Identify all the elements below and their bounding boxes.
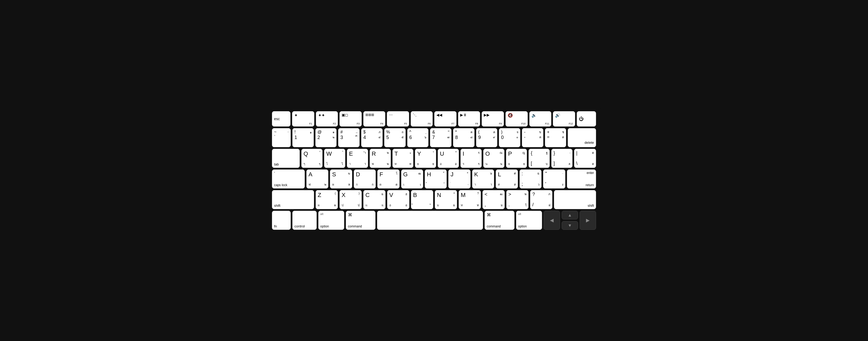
asdf-row: • caps lock A ฟ พ S ห [272, 169, 596, 188]
key-m[interactable]: M ท ? ท [459, 190, 481, 209]
key-s[interactable]: S ห ฆ ห [330, 169, 352, 188]
key-command-right[interactable]: ⌘ command [485, 211, 514, 230]
key-f12[interactable]: 🔊 F12 [553, 111, 575, 127]
key-f9[interactable]: ▶▶ F9 [482, 111, 504, 127]
key-space[interactable] [377, 211, 483, 230]
key-alt-right[interactable]: alt option [516, 211, 542, 230]
key-r[interactable]: R พ พ พ [370, 149, 391, 168]
key-f[interactable]: F ด โ ด [377, 169, 399, 188]
bottom-row: fn control alt option ⌘ command ⌘ comman… [272, 211, 596, 230]
arrow-up-down: ▲ ▼ [562, 211, 578, 230]
key-5[interactable]: %5 ถ๕ [384, 128, 406, 147]
key-f4[interactable]: ⊞⊞⊞ F4 [363, 111, 385, 127]
key-v[interactable]: V อ ฮ อ [387, 190, 409, 209]
num-row: ~` - !1 ๑ @2 ๑๒ #3 _๓ [272, 128, 596, 147]
key-enter[interactable]: enter return [567, 169, 596, 188]
key-minus[interactable]: -- ขด [522, 128, 544, 147]
key-9[interactable]: (9 ต๙ [476, 128, 498, 147]
key-c[interactable]: C แ ฉ แ [363, 190, 385, 209]
key-arrow-right[interactable]: ▶ [580, 211, 596, 230]
key-d[interactable]: D ก ก [354, 169, 376, 188]
key-arrow-up[interactable]: ▲ [562, 211, 578, 219]
key-4[interactable]: $4 ภ๔ [361, 128, 383, 147]
key-6[interactable]: ^6 ุ๖ [407, 128, 429, 147]
key-j[interactable]: J ่ + ' [448, 169, 470, 188]
key-h[interactable]: H ้ ็ ้ [425, 169, 447, 188]
key-fn[interactable]: fn [272, 211, 291, 230]
key-f5[interactable]: ⋯ F5 [387, 111, 409, 127]
key-x[interactable]: X ป ) ป [339, 190, 362, 209]
key-arrow-left[interactable]: ◀ [544, 211, 560, 230]
key-l[interactable]: L ส ศ ส [496, 169, 518, 188]
key-i[interactable]: I ร ร ร [461, 149, 482, 168]
key-t[interactable]: T ท ะ ท [393, 149, 413, 168]
fn-row: esc ✦ F1 ✦✦ F2 ▣◻ F3 ⊞⊞⊞ F4 ⋯ F5 ⋱ F6 ◀◀… [272, 111, 596, 127]
key-f11[interactable]: 🔉 F11 [529, 111, 552, 127]
key-slash[interactable]: ? / ภ ฝ [530, 190, 552, 209]
key-esc[interactable]: esc [272, 111, 290, 127]
arrow-keys-area: ◀ ▲ ▼ ▶ [544, 211, 596, 230]
key-f2[interactable]: ✦✦ F2 [316, 111, 338, 127]
key-b[interactable]: B ิ ิ [411, 190, 433, 209]
zxcv-row: shift Z ผ ( ผ X ป [272, 190, 596, 209]
key-shift-right[interactable]: shift [554, 190, 596, 209]
key-backslash[interactable]: | \ ต ต [574, 149, 596, 168]
qwerty-row: tab Q ๆ ° ๆ W ไ [272, 149, 596, 168]
key-control[interactable]: control [292, 211, 317, 230]
key-q[interactable]: Q ๆ ° ๆ [301, 149, 322, 168]
key-f6[interactable]: ⋱ F6 [411, 111, 433, 127]
key-command-left[interactable]: ⌘ command [346, 211, 375, 230]
key-f10[interactable]: 🔇 F10 [505, 111, 528, 127]
key-bracket-l[interactable]: { [ ฐ บ [529, 149, 550, 168]
key-2[interactable]: @2 ๑๒ [315, 128, 337, 147]
key-y[interactable]: Y ย ั ย [415, 149, 436, 168]
key-tilde[interactable]: ~` - [272, 128, 291, 147]
key-comma[interactable]: < , ฒ ม [483, 190, 505, 209]
key-tab[interactable]: tab [272, 149, 300, 168]
key-power[interactable]: ⏻ [577, 111, 596, 127]
key-p[interactable]: P ย ญ ย [506, 149, 527, 168]
key-e[interactable]: E า ำ า [347, 149, 368, 168]
key-bracket-r[interactable]: } ] , ล [551, 149, 572, 168]
key-f7[interactable]: ◀◀ F7 [434, 111, 457, 127]
key-shift-left[interactable]: shift [272, 190, 314, 209]
key-f1[interactable]: ✦ F1 [292, 111, 314, 127]
key-caps-lock[interactable]: • caps lock [272, 169, 305, 188]
key-period[interactable]: > . พ ใ [506, 190, 529, 209]
key-w[interactable]: W ไ " ไ [324, 149, 345, 168]
key-0[interactable]: )0 จ๐ [499, 128, 520, 147]
key-z[interactable]: Z ผ ( ผ [316, 190, 338, 209]
keyboard: esc ✦ F1 ✦✦ F2 ▣◻ F3 ⊞⊞⊞ F4 ⋯ F5 ⋱ F6 ◀◀… [267, 106, 601, 235]
key-f3[interactable]: ▣◻ F3 [339, 111, 362, 127]
key-o[interactable]: O น ณ น [483, 149, 504, 168]
key-7[interactable]: &7 ึ๗ [430, 128, 452, 147]
key-delete[interactable]: delete [568, 128, 596, 147]
key-1[interactable]: !1 ๑ [292, 128, 314, 147]
key-f8[interactable]: ▶⏸ F8 [458, 111, 480, 127]
key-3[interactable]: #3 _๓ [338, 128, 360, 147]
key-8[interactable]: *8 ค๘ [453, 128, 474, 147]
key-alt-left[interactable]: alt option [318, 211, 344, 230]
key-k[interactable]: K า ษ า [472, 169, 494, 188]
key-equals[interactable]: += ชต [545, 128, 566, 147]
key-arrow-down[interactable]: ▼ [562, 221, 578, 230]
key-u[interactable]: U อ ี อ [438, 149, 459, 168]
key-quote[interactable]: " ' . ง [543, 169, 565, 188]
key-n[interactable]: N ม ื ม [435, 190, 457, 209]
key-a[interactable]: A ฟ พ [306, 169, 328, 188]
key-semicolon[interactable]: : ; ฉ ว [520, 169, 541, 188]
key-g[interactable]: G เ ฒ เ [401, 169, 423, 188]
